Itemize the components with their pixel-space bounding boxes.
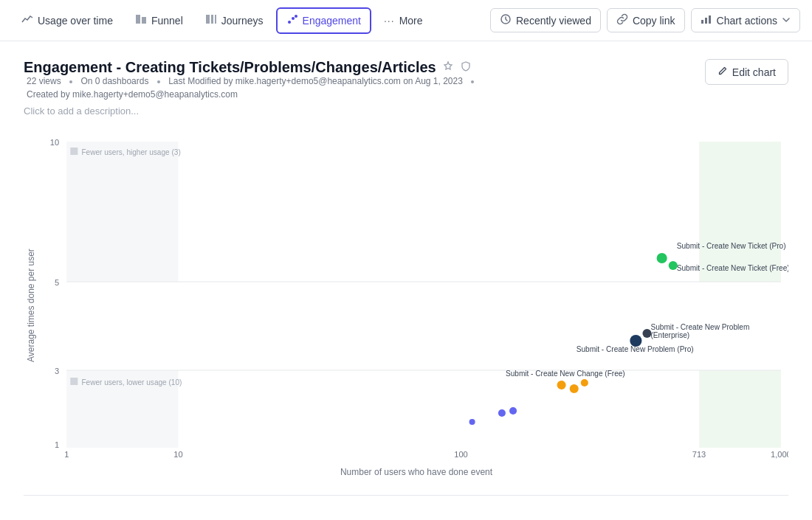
shield-icon[interactable] (460, 60, 472, 75)
svg-text:5: 5 (55, 278, 59, 287)
chart-actions-icon (701, 13, 712, 27)
svg-rect-3 (211, 15, 213, 24)
svg-text:Fewer users, lower usage  (10): Fewer users, lower usage (10) (81, 378, 182, 386)
chart-header: Engagement - Creating Tickets/Problems/C… (24, 59, 788, 117)
nav-left-group: Usage over time Funnel Journeys Engageme… (12, 7, 433, 34)
svg-point-41 (570, 384, 579, 393)
svg-text:(Enterprise): (Enterprise) (651, 331, 690, 339)
svg-rect-29 (70, 378, 78, 385)
meta-dot-3 (471, 80, 474, 83)
meta-dot-2 (157, 80, 160, 83)
chart-actions-button[interactable]: Chart actions (691, 8, 800, 32)
chart-title-group: Engagement - Creating Tickets/Problems/C… (24, 59, 477, 76)
recently-viewed-button[interactable]: Recently viewed (490, 8, 601, 32)
svg-point-6 (292, 17, 295, 20)
chart-title-section: Engagement - Creating Tickets/Problems/C… (24, 59, 477, 117)
nav-right-group: Recently viewed Copy link Chart actions (490, 8, 800, 32)
svg-text:100: 100 (454, 450, 467, 459)
svg-text:713: 713 (692, 450, 706, 459)
funnel-icon (135, 13, 147, 28)
svg-point-7 (295, 15, 297, 18)
nav-funnel[interactable]: Funnel (125, 8, 193, 33)
svg-text:Submit - Create New Problem (P: Submit - Create New Problem (Pro) (577, 345, 694, 353)
svg-text:Submit - Create New Change (Fr: Submit - Create New Change (Free) (506, 370, 625, 378)
nav-engagement[interactable]: Engagement (276, 7, 371, 34)
star-icon[interactable] (442, 60, 454, 75)
edit-icon (718, 66, 728, 78)
top-navigation: Usage over time Funnel Journeys Engageme… (0, 0, 812, 41)
svg-point-44 (498, 409, 506, 417)
svg-point-5 (288, 21, 291, 24)
usage-icon (21, 13, 33, 28)
svg-text:1,000: 1,000 (771, 450, 788, 459)
link-icon (616, 13, 628, 27)
y-axis-label: Average times done per user (24, 134, 38, 477)
svg-rect-11 (709, 15, 711, 24)
svg-point-31 (657, 253, 667, 263)
svg-text:1: 1 (64, 450, 69, 459)
edit-chart-button[interactable]: Edit chart (705, 59, 788, 85)
svg-text:1: 1 (55, 440, 59, 449)
chart-area: Average times done per user (24, 134, 788, 477)
chart-title: Engagement - Creating Tickets/Problems/C… (24, 59, 436, 76)
recently-viewed-icon (500, 13, 512, 27)
nav-journeys[interactable]: Journeys (196, 8, 273, 33)
svg-rect-10 (705, 18, 707, 24)
svg-rect-13 (699, 142, 781, 282)
nav-usage-over-time[interactable]: Usage over time (12, 8, 123, 33)
scatter-chart: 10 5 3 1 1 10 100 713 (44, 134, 788, 459)
svg-text:Fewer users, higher usage  (3): Fewer users, higher usage (3) (81, 148, 180, 156)
svg-rect-0 (136, 15, 140, 24)
more-dots-icon: ··· (384, 15, 395, 27)
x-axis-label: Number of users who have done event (44, 467, 788, 477)
svg-text:Submit - Create New Problem: Submit - Create New Problem (651, 323, 750, 331)
svg-rect-9 (701, 20, 703, 24)
copy-link-button[interactable]: Copy link (607, 8, 685, 32)
svg-point-45 (509, 407, 517, 415)
nav-more[interactable]: ··· More (374, 10, 433, 32)
chart-meta: 22 views On 0 dashboards Last Modified b… (24, 76, 477, 86)
svg-rect-4 (215, 15, 216, 24)
svg-point-40 (557, 381, 566, 389)
journeys-icon (205, 13, 217, 28)
svg-rect-12 (66, 142, 178, 282)
svg-point-46 (469, 419, 475, 425)
description-placeholder[interactable]: Click to add a description... (24, 105, 477, 117)
chevron-down-icon (782, 15, 791, 27)
svg-point-42 (581, 379, 588, 386)
svg-text:Submit - Create New Ticket (Fr: Submit - Create New Ticket (Free) (677, 264, 788, 272)
chart-container: Average times done per user (24, 134, 788, 477)
engagement-icon (286, 13, 298, 28)
chart-inner: 10 5 3 1 1 10 100 713 (44, 134, 788, 477)
bottom-divider (24, 495, 788, 496)
svg-rect-15 (699, 370, 781, 448)
svg-text:Submit - Create New Ticket (Pr: Submit - Create New Ticket (Pro) (677, 242, 786, 250)
chart-created-by: Created by mike.hagerty+demo5@heapanalyt… (24, 89, 477, 100)
svg-text:3: 3 (55, 367, 59, 375)
meta-dot-1 (69, 80, 72, 83)
svg-text:10: 10 (50, 138, 59, 147)
svg-rect-2 (206, 15, 210, 24)
main-content: Engagement - Creating Tickets/Problems/C… (0, 41, 812, 513)
svg-text:10: 10 (173, 450, 182, 459)
svg-rect-27 (70, 148, 78, 155)
svg-rect-1 (142, 17, 146, 24)
